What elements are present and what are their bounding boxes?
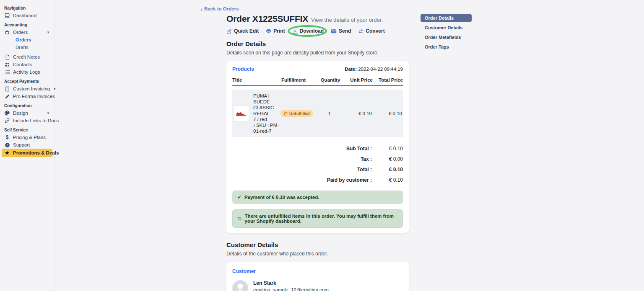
sidebar-item-contacts[interactable]: Contacts [2,61,52,68]
send-button[interactable]: Send [331,28,351,34]
product-unit-price: € 0.10 [342,111,372,116]
order-details-heading: Order Details [226,40,409,47]
dollar-icon: $ [4,135,10,140]
product-sku[interactable]: › SKU : PM-01-red-7 [253,122,280,134]
link-icon [4,118,10,124]
sidebar-item-promotions-deals[interactable]: ★ Promotions & Deals [2,149,52,157]
nav-customer-details[interactable]: Customer Details [421,23,472,32]
sidebar-section-configuration: Configuration [0,100,54,109]
sidebar-section-accept-payments: Accept Payments [0,76,54,85]
customer-card: Customer Len Stark egnition_sample_12@eg… [226,262,409,291]
convert-button[interactable]: Convert [358,28,384,34]
list-icon [4,70,10,75]
product-title: PUMA | SUEDE CLASSIC REGAL [253,93,280,116]
edit-icon [226,28,232,34]
people-icon [4,62,10,67]
nav-order-metafields[interactable]: Order Metafields [421,33,472,41]
action-toolbar: Quick Edit Print Download Send Convert [226,28,409,34]
chevron-down-icon: ▼ [47,111,50,115]
avatar [232,280,248,291]
chevron-down-icon: ▼ [47,31,50,34]
chevron-down-icon: ▼ [53,87,56,91]
svg-text:?: ? [6,143,8,147]
download-button[interactable]: Download [292,28,324,34]
question-icon: ? [4,142,10,148]
sidebar-section-navigation: Navigation [0,3,54,12]
order-date: Date: 2022-04-22 09:44:19 [345,67,403,72]
customer-name: Len Stark [253,280,329,286]
check-icon: ✓ [237,194,242,200]
subtotal-row: Sub Total : € 0.10 [232,143,403,154]
tax-row: Tax : € 0.00 [232,154,403,164]
page-title: Order X1225SUFFIX [226,14,308,24]
customer-details-heading: Customer Details [226,241,409,248]
main-content: Order X1225SUFFIX View the details of yo… [226,14,409,291]
sidebar-item-credit-notes[interactable]: Credit Notes [2,53,52,61]
sidebar-item-activity-logs[interactable]: Activity Logs [2,68,52,76]
red-sneaker-image [234,107,248,120]
person-icon [232,280,248,291]
sidebar-item-support[interactable]: ? Support [2,141,52,149]
page-section-nav: Order Details Customer Details Order Met… [421,14,472,52]
clock-icon [284,112,288,116]
cart-icon [238,216,242,221]
product-total-price: € 0.10 [372,111,402,116]
customer-summary: Len Stark egnition_sample_12@egnition.co… [232,280,403,291]
print-button[interactable]: Print [266,28,285,34]
basket-icon [4,29,10,35]
printer-icon [266,28,271,34]
product-quantity: 1 [317,111,342,116]
star-icon: ★ [4,150,10,155]
sidebar-item-pro-forma-invoices[interactable]: Pro Forma Invoices [2,93,52,100]
sidebar-item-pricing-plans[interactable]: $ Pricing & Plans [2,134,52,141]
sidebar-item-orders-sub[interactable]: Orders [2,36,52,44]
sidebar-item-drafts[interactable]: Drafts [2,44,52,51]
pen-icon [4,94,10,99]
nav-order-details[interactable]: Order Details [421,14,472,22]
envelope-icon [331,28,337,34]
customer-link[interactable]: Customer [232,268,256,274]
sidebar-item-dashboard[interactable]: Dashboard [2,12,52,19]
total-row: Total : € 0.10 [232,164,403,175]
order-details-description: Details seen on this page are directly p… [226,50,409,56]
left-sidebar: Navigation Dashboard Accounting Orders ▼… [0,0,55,291]
products-card: Products Date: 2022-04-22 09:44:19 Title… [226,61,409,233]
customer-email: egnition_sample_12@egnition.com [253,287,329,291]
sidebar-item-orders[interactable]: Orders ▼ [2,28,52,36]
sidebar-section-accounting: Accounting [0,19,54,28]
paid-by-customer-row: Paid by customer : € 0.10 [232,175,403,185]
sidebar-item-custom-invoicing[interactable]: Custom Invoicing ▼ [2,85,52,93]
document-icon [4,54,10,60]
convert-arrows-icon [358,28,364,34]
products-table-header: Title Fulfillment Quantity Unit Price To… [232,72,403,86]
fulfillment-status-badge: Unfulfilled [280,110,313,117]
order-totals: Sub Total : € 0.10 Tax : € 0.00 Total : … [232,143,403,185]
palette-icon [4,110,10,116]
unfulfilled-items-alert: There are unfulfilled items in this orde… [232,209,403,228]
products-link[interactable]: Products [232,66,254,72]
product-row: PUMA | SUEDE CLASSIC REGAL 7 / red › SKU… [232,90,403,137]
customer-details-description: Details of the customer who placed this … [226,251,409,257]
laptop-icon [4,13,10,18]
page-subtitle: View the details of your order. [311,17,383,23]
nav-order-tags[interactable]: Order Tags [421,43,472,51]
back-to-orders-link[interactable]: ‹ Back to Orders [200,6,239,11]
payment-accepted-alert: ✓ Payment of € 0.10 was accepted. [232,191,403,204]
invoice-icon [4,86,10,92]
sidebar-item-include-links-to-docs[interactable]: Include Links to Docs [2,117,52,124]
product-thumbnail [233,106,249,121]
sidebar-section-self-service: Self Service [0,124,54,134]
sidebar-item-design[interactable]: Design ▼ [2,109,52,117]
chevron-right-icon: › [253,123,255,128]
chevron-left-icon: ‹ [200,7,203,11]
product-variant: 7 / red [253,116,280,122]
download-icon [292,28,298,34]
quick-edit-button[interactable]: Quick Edit [226,28,259,34]
